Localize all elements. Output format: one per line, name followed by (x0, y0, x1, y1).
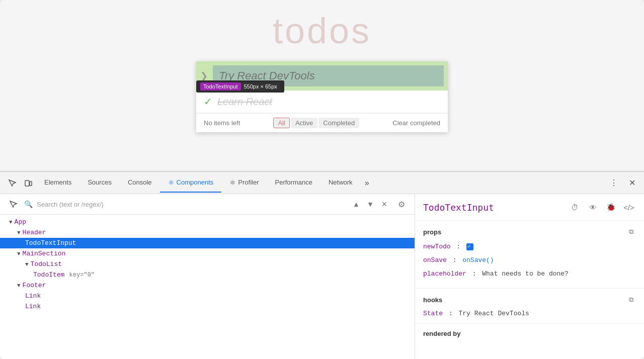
inspect-dom-button[interactable]: 👁 (586, 200, 600, 214)
prop-colon: : (453, 256, 457, 264)
todo-filters: All Active Completed (273, 118, 359, 128)
node-label: TodoList (31, 260, 62, 268)
props-panel: TodoTextInput ⏱ 👁 🐞 </> props ⧉ (415, 194, 644, 359)
view-source-button[interactable]: </> (622, 200, 636, 214)
tab-sources[interactable]: Sources (79, 173, 120, 192)
devtools-tabs-list: Elements Sources Console ⚛ Components ⚛ … (36, 173, 606, 193)
tooltip-size: 550px × 65px (241, 82, 280, 91)
props-copy-button[interactable]: ⧉ (626, 227, 636, 237)
prop-name: newTodo (423, 243, 451, 250)
filter-active[interactable]: Active (291, 118, 317, 128)
inspect-element-button[interactable] (4, 175, 20, 191)
prop-row-placeholder: placeholder : What needs to be done? (423, 269, 636, 280)
prop-value-checkbox[interactable] (466, 243, 473, 250)
hook-value: Try React DevTools (458, 310, 529, 317)
todo-input-area: ❯ TodoTextInput 550px × 65px (196, 61, 448, 91)
app-title: todos (273, 10, 371, 51)
tab-components[interactable]: ⚛ Components (160, 173, 222, 193)
node-label: Link (25, 303, 41, 310)
node-label: TodoTextInput (25, 239, 76, 247)
expand-icon: ▼ (25, 261, 29, 267)
search-clear-button[interactable]: ✕ (378, 198, 390, 210)
items-left-count: No items left (204, 119, 240, 127)
tab-network[interactable]: Network (320, 173, 361, 192)
prop-name: onSave (423, 256, 447, 264)
component-header: TodoTextInput ⏱ 👁 🐞 </> (415, 194, 644, 221)
tree-nodes: ▼ App ▼ Header TodoTextInput (0, 215, 415, 359)
tooltip-component-name: TodoTextInput (200, 82, 241, 91)
search-prev-button[interactable]: ▲ (350, 198, 362, 210)
tree-node-link-1[interactable]: Link (0, 291, 415, 301)
search-settings-button[interactable]: ⚙ (394, 197, 409, 211)
tab-profiler[interactable]: ⚛ Profiler (221, 173, 267, 193)
toggle-all-icon[interactable]: ❯ (200, 70, 208, 81)
node-label: Header (23, 229, 46, 236)
tree-node-link-2[interactable]: Link (0, 301, 415, 312)
tab-elements[interactable]: Elements (36, 173, 79, 192)
expand-icon: ▼ (9, 219, 13, 225)
expand-icon: ▼ (17, 251, 21, 257)
todo-item: ✓ Learn React (196, 91, 448, 113)
prop-value: onSave() (462, 256, 494, 264)
tree-node-todotextinput[interactable]: TodoTextInput (0, 238, 415, 248)
node-label: App (15, 218, 26, 226)
todo-container: ❯ TodoTextInput 550px × 65px ✓ Learn Rea… (196, 61, 448, 132)
component-inspect-button[interactable] (6, 197, 20, 211)
search-icon: 🔍 (24, 200, 33, 208)
device-toolbar-button[interactable] (20, 175, 36, 191)
node-label: Footer (23, 282, 46, 289)
filter-all[interactable]: All (273, 118, 289, 128)
tab-performance[interactable]: Performance (267, 173, 320, 192)
search-nav: ▲ ▼ ✕ (350, 198, 390, 210)
todo-footer-bar: No items left All Active Completed Clear… (196, 113, 448, 132)
tree-node-mainsection[interactable]: ▼ MainSection (0, 248, 415, 259)
expand-icon: ▼ (17, 230, 21, 236)
prop-name: placeholder (423, 270, 466, 278)
prop-colon: : (472, 270, 476, 278)
prop-colon: : (456, 243, 460, 250)
node-key: key="0" (65, 272, 95, 279)
clear-completed[interactable]: Clear completed (392, 119, 440, 127)
prop-row-onsave: onSave : onSave() (423, 255, 636, 266)
todo-item-text: Learn React (217, 96, 272, 108)
tab-console[interactable]: Console (120, 173, 160, 192)
search-next-button[interactable]: ▼ (364, 198, 376, 210)
expand-icon: ▼ (17, 283, 21, 289)
header-actions: ⏱ 👁 🐞 </> (568, 200, 636, 214)
node-label: TodoItem (33, 271, 64, 279)
rendered-by-section: rendered by (415, 324, 644, 343)
node-label: Link (25, 292, 41, 300)
devtools-menu-button[interactable]: ⋮ (606, 175, 622, 191)
props-section: props ⧉ newTodo : onSave : onSave() (415, 221, 644, 289)
suspend-button[interactable]: ⏱ (568, 200, 582, 214)
tree-node-header[interactable]: ▼ Header (0, 227, 415, 238)
hooks-copy-button[interactable]: ⧉ (626, 295, 636, 305)
tab-components-label: Components (177, 178, 214, 186)
tree-node-todoitem[interactable]: TodoItem key="0" (0, 270, 415, 280)
devtools-close-button[interactable]: ✕ (624, 175, 640, 191)
devtools-body: 🔍 ▲ ▼ ✕ ⚙ ▼ App (0, 194, 644, 359)
svg-rect-1 (30, 182, 32, 186)
devtools-actions: ⋮ ✕ (606, 175, 640, 191)
browser-window: todos ❯ TodoTextInput 550px × 65px ✓ Lea… (0, 0, 644, 359)
bug-report-button[interactable]: 🐞 (604, 200, 618, 214)
tree-node-app[interactable]: ▼ App (0, 217, 415, 227)
tree-search-input[interactable] (37, 201, 346, 208)
devtools-panel: Elements Sources Console ⚛ Components ⚛ … (0, 171, 644, 359)
element-tooltip: TodoTextInput 550px × 65px (196, 80, 284, 93)
component-tree-panel: 🔍 ▲ ▼ ✕ ⚙ ▼ App (0, 194, 415, 359)
tab-profiler-label: Profiler (238, 178, 259, 186)
hook-name: State (423, 310, 443, 317)
devtools-tabs-bar: Elements Sources Console ⚛ Components ⚛ … (0, 172, 644, 194)
tree-search-bar: 🔍 ▲ ▼ ✕ ⚙ (0, 194, 415, 215)
hook-row-state: State : Try React DevTools (423, 310, 636, 317)
hooks-section: hooks ⧉ State : Try React DevTools (415, 289, 644, 324)
more-tabs-button[interactable]: » (361, 174, 373, 192)
tree-node-todolist[interactable]: ▼ TodoList (0, 259, 415, 270)
prop-row-newtodo: newTodo : (423, 242, 636, 252)
filter-completed[interactable]: Completed (318, 118, 359, 128)
node-label: MainSection (23, 250, 66, 257)
app-area: todos ❯ TodoTextInput 550px × 65px ✓ Lea… (0, 0, 644, 171)
tree-node-footer[interactable]: ▼ Footer (0, 280, 415, 291)
react-components-icon: ⚛ (168, 178, 175, 187)
